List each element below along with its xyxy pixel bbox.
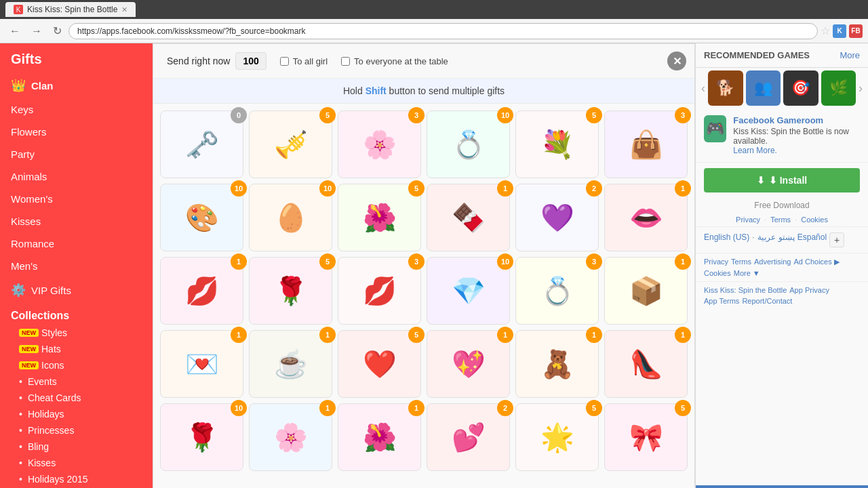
sidebar-item-kisses[interactable]: Kisses [0, 210, 153, 232]
sidebar-sub-kisses2[interactable]: • Kisses [0, 455, 153, 471]
gift-item[interactable]: 5🎀 [604, 403, 688, 471]
gift-item[interactable]: 10🥚 [249, 184, 332, 251]
chat-bar[interactable]: Chat ✏️ ⚙️ [696, 485, 868, 488]
game-thumb-1[interactable]: 🐕 [708, 70, 743, 106]
gift-emoji: 🌸 [363, 131, 397, 158]
sidebar-sub-cheat-cards[interactable]: • Cheat Cards [0, 390, 153, 406]
app-link-kisskiss[interactable]: Kiss Kiss: Spin the Bottle [704, 286, 787, 294]
gift-item[interactable]: 1👠 [604, 330, 688, 398]
gift-item[interactable]: 10💎 [427, 257, 510, 325]
gift-item[interactable]: 3👜 [604, 110, 688, 178]
gift-item[interactable]: 5❤️ [338, 330, 421, 398]
gift-item[interactable]: 5🌟 [515, 403, 599, 471]
sidebar-item-clan[interactable]: 👑 Clan [0, 73, 153, 98]
privacy-link[interactable]: Privacy [736, 216, 760, 224]
gift-item[interactable]: 5🌹 [249, 257, 332, 325]
fb-gameroom-learn[interactable]: Learn More. [733, 146, 860, 155]
gift-item[interactable]: 1☕ [249, 330, 332, 398]
gift-item[interactable]: 5💐 [515, 110, 599, 178]
sidebar-item-womens[interactable]: Women's [0, 188, 153, 210]
gift-item[interactable]: 1🌸 [249, 403, 332, 471]
lang-arabic[interactable]: عربية [757, 232, 776, 247]
gift-item[interactable]: 1🍫 [427, 184, 510, 251]
sidebar-sub-styles[interactable]: NEW Styles [0, 325, 153, 341]
plus-button[interactable]: + [829, 232, 844, 247]
gift-item[interactable]: 10💍 [427, 110, 510, 178]
gift-item[interactable]: 2💕 [427, 403, 510, 471]
extension-icon[interactable]: K [833, 24, 846, 38]
to-all-girl-checkbox[interactable] [280, 57, 289, 66]
profile-icon[interactable]: FB [849, 24, 863, 38]
lang-espanol[interactable]: Español [797, 232, 827, 247]
gift-badge: 3 [586, 253, 602, 270]
sidebar-sub-hats[interactable]: NEW Hats [0, 341, 153, 357]
game-thumb-4[interactable]: 🌿 [821, 70, 856, 106]
tab-close-icon[interactable]: ✕ [121, 5, 127, 14]
star-icon[interactable]: ☆ [821, 24, 830, 37]
footer-more[interactable]: More ▼ [734, 269, 760, 277]
lang-pashto[interactable]: پښتو [778, 232, 795, 247]
sidebar-item-keys[interactable]: Keys [0, 98, 153, 121]
sidebar-item-mens[interactable]: Men's [0, 255, 153, 277]
rec-prev-button[interactable]: ‹ [701, 81, 705, 96]
app-terms-link[interactable]: App Terms [704, 297, 739, 305]
footer-advertising[interactable]: Advertising [754, 258, 791, 266]
gift-emoji: 🌺 [363, 424, 397, 451]
install-button[interactable]: ⬇ ⬇ Install [704, 168, 860, 192]
gift-item[interactable]: 3💋 [338, 257, 421, 325]
gift-item[interactable]: 3💍 [515, 257, 599, 325]
cookies-link[interactable]: Cookies [801, 216, 828, 224]
gift-item[interactable]: 10🎨 [160, 184, 243, 251]
lang-english[interactable]: English (US) [704, 232, 749, 247]
sidebar-sub-events[interactable]: • Events [0, 373, 153, 390]
gift-item[interactable]: 1💌 [160, 330, 243, 398]
rec-next-button[interactable]: › [859, 81, 863, 96]
sidebar-sub-holidays[interactable]: • Holidays [0, 406, 153, 422]
gift-item[interactable]: 1📦 [604, 257, 688, 325]
fb-gameroom-text: Facebook Gameroom Kiss Kiss: Spin the Bo… [733, 115, 860, 155]
sidebar-item-animals[interactable]: Animals [0, 165, 153, 188]
gift-item[interactable]: 1🧸 [515, 330, 599, 398]
gift-item[interactable]: 5🎺 [249, 110, 332, 178]
gift-item[interactable]: 1🌺 [338, 403, 421, 471]
close-button[interactable]: ✕ [667, 52, 686, 70]
gifts-scroll-container[interactable]: 0🗝️5🎺3🌸10💍5💐3👜10🎨10🥚5🌺1🍫2💜1👄1💋5🌹3💋10💎3💍1… [153, 104, 694, 488]
forward-button[interactable]: → [27, 24, 46, 39]
fb-gameroom-title[interactable]: Facebook Gameroom [733, 115, 860, 125]
back-button[interactable]: ← [5, 24, 24, 39]
gift-item[interactable]: 0🗝️ [160, 110, 243, 178]
app-links: Kiss Kiss: Spin the Bottle App Privacy A… [696, 281, 868, 309]
app-privacy-link[interactable]: App Privacy [789, 286, 829, 294]
more-button[interactable]: More [840, 50, 860, 60]
sidebar-item-party[interactable]: Party [0, 143, 153, 165]
browser-tab[interactable]: K Kiss Kiss: Spin the Bottle ✕ [5, 2, 136, 17]
game-thumb-3[interactable]: 🎯 [783, 70, 818, 106]
footer-adchoices[interactable]: Ad Choices ▶ [793, 258, 839, 266]
gift-badge: 1 [675, 327, 691, 343]
gift-item[interactable]: 2💜 [515, 184, 599, 251]
rec-games-title: RECOMMENDED GAMES [704, 50, 810, 60]
sidebar-sub-holidays2015[interactable]: • Holidays 2015 [0, 471, 153, 487]
sidebar-item-flowers[interactable]: Flowers [0, 121, 153, 143]
gift-item[interactable]: 1💋 [160, 257, 243, 325]
sidebar-sub-princesses[interactable]: • Princesses [0, 422, 153, 439]
gift-item[interactable]: 3🌸 [338, 110, 421, 178]
gift-item[interactable]: 1👄 [604, 184, 688, 251]
footer-privacy[interactable]: Privacy [704, 258, 728, 266]
refresh-button[interactable]: ↻ [49, 23, 66, 39]
gift-item[interactable]: 1💖 [427, 330, 510, 398]
footer-cookies[interactable]: Cookies [704, 269, 731, 277]
to-everyone-checkbox[interactable] [341, 57, 350, 66]
bullet-holidays2015: • [19, 474, 22, 485]
footer-terms[interactable]: Terms [731, 258, 751, 266]
report-link[interactable]: Report/Contact [742, 297, 792, 305]
sidebar-item-romance[interactable]: Romance [0, 232, 153, 255]
gift-item[interactable]: 10🌹 [160, 403, 243, 471]
terms-link[interactable]: Terms [770, 216, 791, 224]
sidebar-sub-bling[interactable]: • Bling [0, 439, 153, 455]
gift-item[interactable]: 5🌺 [338, 184, 421, 251]
sidebar-sub-icons[interactable]: NEW Icons [0, 357, 153, 373]
sidebar-item-vip[interactable]: ⚙️ VIP Gifts [0, 277, 153, 303]
game-thumb-2[interactable]: 👥 [746, 70, 781, 106]
address-bar[interactable] [68, 23, 818, 39]
